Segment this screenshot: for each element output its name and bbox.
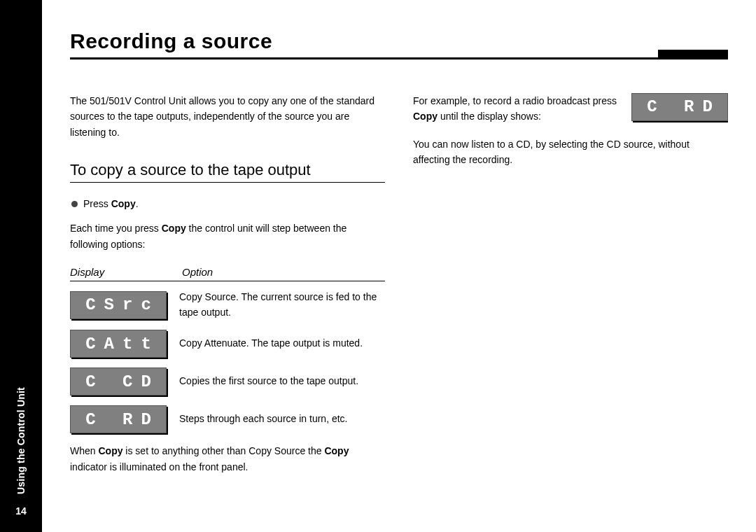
lcd-display: C CD — [70, 368, 167, 396]
lcd-display: C RD — [70, 405, 167, 433]
text-fragment: until the display shows: — [438, 111, 541, 122]
text-fragment: When — [70, 445, 98, 456]
option-row: C RD Steps through each source in turn, … — [70, 405, 385, 433]
text-bold: Copy — [111, 198, 136, 209]
th-option: Option — [182, 266, 385, 278]
column-right: C RD For example, to record a radio broa… — [413, 93, 728, 486]
options-table-header: Display Option — [70, 266, 385, 281]
example-paragraph: C RD For example, to record a radio broa… — [413, 93, 728, 125]
option-row: C CD Copies the first source to the tape… — [70, 368, 385, 396]
column-left: The 501/501V Control Unit allows you to … — [70, 93, 385, 486]
example-lcd-wrap: C RD — [631, 93, 728, 121]
lcd-display: C RD — [631, 93, 728, 121]
text-bold: Copy — [98, 445, 122, 456]
page-number: 14 — [15, 505, 27, 517]
text-fragment: . — [136, 198, 139, 209]
text-fragment: Press — [83, 198, 111, 209]
step-paragraph: Each time you press Copy the control uni… — [70, 220, 385, 252]
text-fragment: indicator is illuminated on the front pa… — [70, 461, 248, 472]
option-desc: Copy Attenuate. The tape output is muted… — [179, 336, 385, 351]
option-row: CAtt Copy Attenuate. The tape output is … — [70, 330, 385, 358]
page-title: Recording a source — [70, 29, 728, 53]
option-desc: Steps through each source in turn, etc. — [179, 412, 385, 427]
instruction-text: Press Copy. — [83, 198, 139, 209]
listen-paragraph: You can now listen to a CD, by selecting… — [413, 136, 728, 168]
text-fragment: Each time you press — [70, 223, 162, 234]
title-rule-accent — [658, 50, 728, 59]
option-desc: Copies the first source to the tape outp… — [179, 374, 385, 389]
page-content: Recording a source The 501/501V Control … — [42, 0, 756, 532]
bullet-icon — [71, 201, 78, 207]
lcd-display: CAtt — [70, 330, 167, 358]
text-bold: Copy — [324, 445, 349, 456]
sidebar: Using the Control Unit 14 — [0, 0, 42, 532]
text-fragment: is set to anything other than Copy Sourc… — [122, 445, 324, 456]
th-display: Display — [70, 266, 182, 278]
text-bold: Copy — [162, 223, 186, 234]
note-paragraph: When Copy is set to anything other than … — [70, 443, 385, 475]
intro-paragraph: The 501/501V Control Unit allows you to … — [70, 93, 385, 140]
lcd-display: CSrc — [70, 291, 167, 319]
text-bold: Copy — [413, 111, 438, 122]
instruction-bullet: Press Copy. — [71, 198, 385, 209]
option-row: CSrc Copy Source. The current source is … — [70, 290, 385, 320]
sidebar-section-label: Using the Control Unit — [15, 387, 27, 494]
subheading: To copy a source to the tape output — [70, 161, 385, 183]
text-fragment: For example, to record a radio broadcast… — [413, 95, 617, 106]
option-desc: Copy Source. The current source is fed t… — [179, 290, 385, 320]
title-block: Recording a source — [70, 29, 728, 59]
